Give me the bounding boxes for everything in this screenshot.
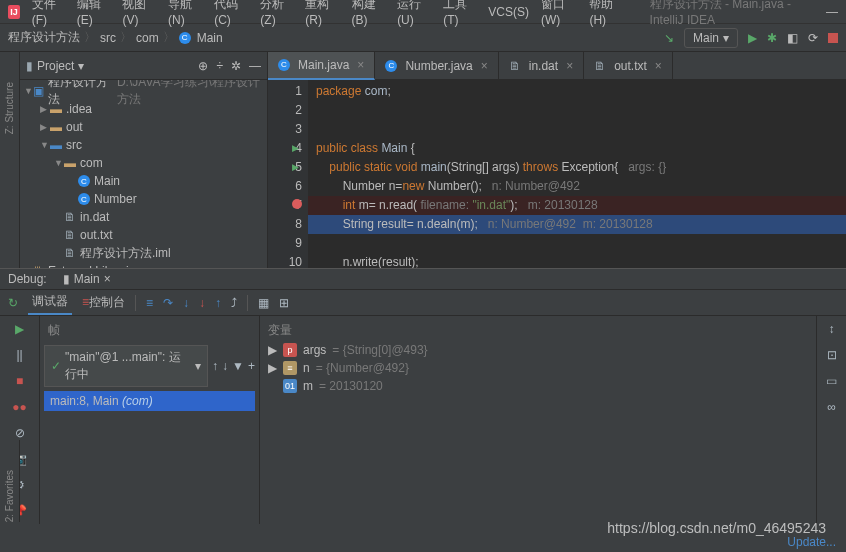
menu-tools[interactable]: 工具(T) [437,0,482,27]
menu-vcs[interactable]: VCS(S) [482,5,535,19]
frame-row[interactable]: main:8, Main (com) [44,391,255,411]
force-step-into-icon[interactable]: ↓ [199,296,205,310]
step-into-icon[interactable]: ↓ [183,296,189,310]
bc-project[interactable]: 程序设计方法 [8,29,80,46]
mute-breakpoints-icon[interactable]: ⊘ [15,426,25,440]
menu-navigate[interactable]: 导航(N) [162,0,208,27]
close-icon[interactable]: × [104,272,111,286]
debug-right-gutter: ↕ ⊡ ▭ ∞ [816,316,846,524]
show-execution-icon[interactable]: ≡ [146,296,153,310]
tree-number-class[interactable]: CNumber [20,190,267,208]
gear-icon[interactable]: ✲ [231,59,241,73]
menu-analyze[interactable]: 分析(Z) [254,0,299,27]
tree-com[interactable]: ▼▬com [20,154,267,172]
favorites-tool-button[interactable]: 2: Favorites [4,470,15,522]
breakpoints-icon[interactable]: ●● [12,400,27,414]
var-m[interactable]: 01m= 20130120 [264,377,812,395]
menu-help[interactable]: 帮助(H) [583,0,629,27]
debug-session-tab[interactable]: ▮Main× [57,272,117,286]
thread-selector[interactable]: ✓ "main"@1 ...main": 运行中 ▾ [44,345,208,387]
prev-frame-icon[interactable]: ↑ [212,359,218,373]
menu-file[interactable]: 文件(F) [26,0,71,27]
run-line-icon[interactable]: ▶ [292,139,299,158]
close-icon[interactable]: × [655,59,662,73]
run-icon[interactable]: ▶ [748,31,757,45]
select-opened-icon[interactable]: ⊕ [198,59,208,73]
next-frame-icon[interactable]: ↓ [222,359,228,373]
navigation-bar: 程序设计方法〉 src〉 com〉 C Main ↘ Main ▾ ▶ ✱ ◧ … [0,24,846,52]
close-icon[interactable]: × [357,58,364,72]
breakpoint-icon[interactable] [292,199,302,209]
profile-icon[interactable]: ⟳ [808,31,818,45]
debug-icon[interactable]: ✱ [767,31,777,45]
menu-run[interactable]: 运行(U) [391,0,437,27]
tab-number-java[interactable]: CNumber.java× [375,52,498,80]
memory-icon[interactable]: ▭ [826,374,837,388]
bc-pkg[interactable]: com [136,31,159,45]
tree-out[interactable]: ▶▬out [20,118,267,136]
stop-icon[interactable]: ■ [16,374,23,388]
update-link[interactable]: Update... [787,535,836,549]
gutter[interactable]: 123 4▶ 5▶ 6 7 891011 [268,80,308,268]
restore-layout-icon[interactable]: ↕ [829,322,835,336]
frames-header: 帧 [44,320,255,341]
menu-refactor[interactable]: 重构(R) [299,0,345,27]
evaluate-icon[interactable]: ▦ [258,296,269,310]
debugger-tab[interactable]: 调试器 [28,290,72,315]
trace-icon[interactable]: ⊞ [279,296,289,310]
coverage-icon[interactable]: ◧ [787,31,798,45]
run-line-icon[interactable]: ▶ [292,158,299,177]
class-icon: C [385,60,397,72]
breadcrumb[interactable]: 程序设计方法〉 src〉 com〉 C Main [8,29,223,46]
tree-in-dat[interactable]: 🗎in.dat [20,208,267,226]
bc-class[interactable]: Main [197,31,223,45]
close-icon[interactable]: × [481,59,488,73]
hide-icon[interactable]: — [249,59,261,73]
file-icon: 🗎 [64,210,76,224]
watches-icon[interactable]: ∞ [827,400,836,414]
menu-code[interactable]: 代码(C) [208,0,254,27]
class-icon: C [179,32,191,44]
menu-edit[interactable]: 编辑(E) [71,0,117,27]
rerun-icon[interactable]: ↻ [8,296,18,310]
menu-window[interactable]: 窗口(W) [535,0,583,27]
filter-icon[interactable]: ▼ [232,359,244,373]
tree-root[interactable]: ▼▣程序设计方法D:\JAVA学习练习\程序设计方法 [20,82,267,100]
project-panel: ▮ Project ▾ ⊕ ÷ ✲ — ▼▣程序设计方法D:\JAVA学习练习\… [20,52,268,268]
menu-view[interactable]: 视图(V) [116,0,162,27]
var-args[interactable]: ▶pargs= {String[0]@493} [264,341,812,359]
tree-external[interactable]: ▶⊪External Libraries [20,262,267,268]
step-out-icon[interactable]: ↑ [215,296,221,310]
add-icon[interactable]: + [248,359,255,373]
stop-icon[interactable] [828,33,838,43]
variables-panel: 变量 ▶pargs= {String[0]@493} ▶≡n= {Number@… [260,316,816,524]
sort-icon[interactable]: ⊡ [827,348,837,362]
tree-iml[interactable]: 🗎程序设计方法.iml [20,244,267,262]
tree-main-class[interactable]: CMain [20,172,267,190]
chevron-down-icon[interactable]: ▾ [78,59,84,73]
tree-src[interactable]: ▼▬src [20,136,267,154]
collapse-icon[interactable]: ÷ [216,59,223,73]
left-tool-gutter: Z: Structure [0,52,20,268]
tab-main-java[interactable]: CMain.java× [268,52,375,80]
structure-tool-button[interactable]: Z: Structure [4,82,15,134]
build-icon[interactable]: ↘ [664,31,674,45]
tab-out-txt[interactable]: 🗎out.txt× [584,52,673,80]
project-tree[interactable]: ▼▣程序设计方法D:\JAVA学习练习\程序设计方法 ▶▬.idea ▶▬out… [20,80,267,268]
bc-src[interactable]: src [100,31,116,45]
console-tab[interactable]: ≡控制台 [82,294,125,311]
var-n[interactable]: ▶≡n= {Number@492} [264,359,812,377]
drop-frame-icon[interactable]: ⤴ [231,296,237,310]
minimize-icon[interactable]: — [826,5,838,19]
debug-label: Debug: [8,272,47,286]
run-config-dropdown[interactable]: Main ▾ [684,28,738,48]
resume-icon[interactable]: ▶ [15,322,24,336]
step-over-icon[interactable]: ↷ [163,296,173,310]
tree-out-txt[interactable]: 🗎out.txt [20,226,267,244]
tab-in-dat[interactable]: 🗎in.dat× [499,52,584,80]
pause-icon[interactable]: || [16,348,22,362]
close-icon[interactable]: × [566,59,573,73]
menu-build[interactable]: 构建(B) [346,0,392,27]
file-icon: 🗎 [64,228,76,242]
code-content[interactable]: package com; public class Main { public … [308,80,846,268]
